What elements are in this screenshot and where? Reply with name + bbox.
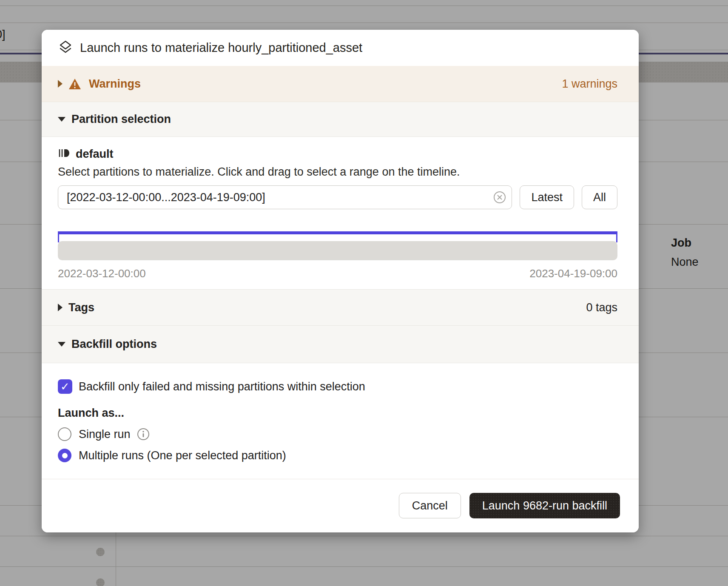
chevron-down-icon[interactable]	[58, 342, 65, 347]
partition-selection-label: Partition selection	[71, 113, 171, 126]
partition-instructions: Select partitions to materialize. Click …	[58, 165, 617, 179]
warning-triangle-icon	[68, 78, 81, 90]
selection-start-tick	[58, 234, 59, 242]
single-run-label[interactable]: Single run	[79, 428, 131, 441]
clear-input-icon[interactable]	[493, 191, 506, 204]
partition-input-row: Latest All	[58, 185, 617, 209]
timeline-start-label: 2022-03-12-00:00	[58, 267, 146, 280]
checkmark-icon: ✓	[60, 380, 70, 393]
single-run-radio-button[interactable]	[58, 427, 71, 441]
info-icon[interactable]	[137, 428, 150, 441]
dialog-header: Launch runs to materialize hourly_partit…	[42, 30, 639, 66]
backfill-checkbox-label[interactable]: Backfill only failed and missing partiti…	[79, 380, 365, 393]
partition-dimension-name: default	[76, 148, 114, 161]
cancel-button[interactable]: Cancel	[399, 493, 461, 518]
warnings-count: 1 warnings	[562, 77, 617, 91]
chevron-down-icon[interactable]	[58, 117, 65, 122]
partition-selection-body: default Select partitions to materialize…	[42, 137, 639, 289]
multiple-runs-label[interactable]: Multiple runs (One per selected partitio…	[79, 449, 286, 462]
backfill-checkbox-row: ✓ Backfill only failed and missing parti…	[58, 379, 617, 394]
dialog-footer: Cancel Launch 9682-run backfill	[42, 479, 639, 532]
launch-backfill-button[interactable]: Launch 9682-run backfill	[469, 493, 620, 518]
radio-single-run-row: Single run	[58, 427, 617, 441]
radio-center-dot	[62, 453, 68, 458]
partition-set-icon	[58, 147, 70, 161]
tags-count: 0 tags	[586, 301, 617, 314]
warnings-label: Warnings	[89, 77, 141, 91]
radio-multiple-runs-row: Multiple runs (One per selected partitio…	[58, 449, 617, 462]
latest-button[interactable]: Latest	[520, 185, 574, 209]
timeline-labels: 2022-03-12-00:00 2023-04-19-09:00	[58, 267, 617, 280]
launch-as-label: Launch as...	[58, 407, 617, 420]
timeline-track[interactable]	[58, 241, 617, 260]
partition-range-input[interactable]	[58, 185, 512, 209]
selection-end-tick	[616, 234, 617, 242]
chevron-right-icon[interactable]	[58, 304, 63, 311]
backfill-checkbox[interactable]: ✓	[58, 379, 72, 394]
timeline-selection-bar	[58, 231, 617, 234]
partition-dimension-row: default	[58, 147, 617, 161]
multiple-runs-radio-button[interactable]	[58, 449, 71, 462]
backfill-options-label: Backfill options	[71, 338, 157, 351]
timeline-end-label: 2023-04-19-09:00	[529, 267, 617, 280]
backfill-options-body: ✓ Backfill only failed and missing parti…	[42, 363, 639, 479]
launch-runs-dialog: Launch runs to materialize hourly_partit…	[42, 30, 639, 532]
asset-layers-icon	[59, 40, 72, 56]
tags-label: Tags	[68, 301, 94, 314]
partition-timeline: 2022-03-12-00:00 2023-04-19-09:00	[58, 231, 617, 280]
dialog-title: Launch runs to materialize hourly_partit…	[80, 41, 362, 55]
partition-selection-section-header[interactable]: Partition selection	[42, 102, 639, 137]
backfill-options-section-header[interactable]: Backfill options	[42, 326, 639, 363]
tags-section-header[interactable]: Tags 0 tags	[42, 289, 639, 326]
chevron-right-icon[interactable]	[58, 80, 63, 88]
warnings-section[interactable]: Warnings 1 warnings	[42, 66, 639, 102]
all-button[interactable]: All	[582, 185, 617, 209]
